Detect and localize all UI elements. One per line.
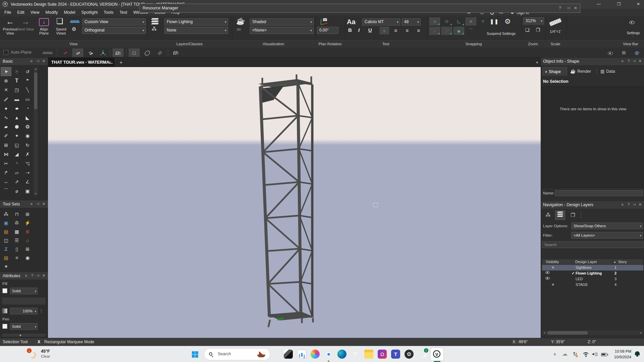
- fit-objects-icon[interactable]: [533, 26, 543, 34]
- tool-dim-angular[interactable]: ∠: [22, 177, 33, 186]
- clip-cube-icon[interactable]: [70, 20, 80, 23]
- view-bar-chevron-icon[interactable]: [633, 36, 634, 39]
- tool-sets-palette-header[interactable]: Tool Sets: [0, 200, 48, 208]
- menu-spotlight[interactable]: Spotlight: [78, 9, 101, 16]
- taskbar-clock[interactable]: 10:58 PM 10/9/2024: [611, 349, 631, 360]
- task-manager-app-icon[interactable]: [297, 350, 306, 359]
- font-size-dropdown[interactable]: 48: [402, 18, 421, 25]
- hscrollbar-thumb[interactable]: [547, 331, 588, 335]
- tool-quad[interactable]: ▰: [1, 122, 11, 131]
- tab-shape[interactable]: Shape: [542, 67, 567, 76]
- attributes-pin-icon[interactable]: [36, 274, 39, 278]
- tool-dim-diameter[interactable]: ⌀: [11, 186, 22, 195]
- visibility-x-icon[interactable]: ✕: [551, 283, 554, 287]
- tool-freehand[interactable]: ∿: [1, 113, 11, 122]
- object-info-help-icon[interactable]: [628, 59, 630, 63]
- snapping-settings-icon[interactable]: [504, 17, 511, 25]
- filter-dropdown[interactable]: <All Layers>: [571, 232, 643, 239]
- tool-extend[interactable]: ⇢: [22, 168, 33, 177]
- tool-regular-polygon[interactable]: ⬢: [11, 122, 22, 131]
- render-mode-dropdown[interactable]: Shaded: [250, 18, 314, 25]
- snap-arc-button[interactable]: [466, 27, 476, 35]
- layer-table-hscrollbar[interactable]: [542, 330, 643, 335]
- tab-data[interactable]: Data: [599, 67, 621, 76]
- teams-app-icon[interactable]: [391, 350, 400, 359]
- italic-button[interactable]: I: [358, 27, 360, 33]
- basic-palette-header[interactable]: Basic: [0, 58, 48, 65]
- tool-trim[interactable]: ✗: [22, 150, 33, 159]
- attributes-palette-header[interactable]: Attributes: [0, 272, 48, 280]
- view-dropdown[interactable]: Custom View: [82, 18, 146, 25]
- sort-ascending-icon[interactable]: [613, 260, 616, 263]
- battery-icon[interactable]: [601, 353, 607, 356]
- taskbar-search[interactable]: Search: [204, 348, 270, 360]
- opacity-options-icon[interactable]: ⋮: [39, 308, 43, 313]
- tool-selection[interactable]: ➤: [1, 67, 11, 76]
- classes-icon[interactable]: ⁂: [152, 26, 157, 32]
- start-button[interactable]: [192, 351, 198, 358]
- layer-row-flown-lighting[interactable]: ✓ Flown Lighting 2: [542, 270, 643, 276]
- restore-button[interactable]: [613, 0, 625, 8]
- next-view-button[interactable]: →: [19, 17, 32, 26]
- menu-tools[interactable]: Tools: [101, 9, 116, 16]
- col-story[interactable]: Story: [618, 260, 627, 264]
- document-tab[interactable]: THAT TOUR.vwx - WATERMA... ✕: [48, 58, 114, 67]
- saved-views-icon[interactable]: [56, 17, 63, 26]
- tool-shear[interactable]: ◢: [11, 150, 22, 159]
- fill-preview-box[interactable]: [2, 297, 46, 305]
- active-layer-dropdown[interactable]: Flown Lighting: [164, 18, 228, 25]
- tool-fillet[interactable]: ◝: [11, 159, 22, 168]
- navigation-header[interactable]: Navigation - Design Layers: [541, 201, 644, 209]
- render-mode-icon[interactable]: [236, 17, 245, 25]
- widgets-app-icon[interactable]: [284, 350, 293, 359]
- object-info-menu-icon[interactable]: [622, 59, 624, 63]
- snap-distribute-button[interactable]: [453, 27, 464, 35]
- toolset-door[interactable]: ◫: [1, 236, 11, 245]
- tool-split[interactable]: ✂: [1, 159, 11, 168]
- tool-rectangle[interactable]: ▬: [11, 95, 22, 104]
- opacity-swatch[interactable]: [2, 308, 7, 313]
- active-class-dropdown[interactable]: None: [164, 27, 228, 34]
- toolset-house[interactable]: ⌂: [22, 236, 33, 245]
- pen-color-swatch[interactable]: [2, 324, 7, 329]
- layer-options-dropdown[interactable]: Show/Snap Others: [571, 223, 643, 229]
- vectorworks-taskbar-icon[interactable]: V: [431, 348, 443, 361]
- snap-smart-edge-button[interactable]: [478, 17, 488, 25]
- view-options-icon[interactable]: [72, 26, 76, 32]
- tool-stake[interactable]: ✕: [1, 85, 11, 95]
- toolset-clamp[interactable]: ⊓: [11, 210, 22, 219]
- tool-flyover[interactable]: ↺: [22, 67, 33, 76]
- plan-rotation-input[interactable]: 0.00°: [317, 27, 338, 34]
- toolset-camera[interactable]: ◉: [22, 253, 33, 262]
- align-right-button[interactable]: ≡: [402, 27, 412, 34]
- tool-reshape[interactable]: ◱: [11, 140, 22, 149]
- tool-attribute-wand[interactable]: ✦: [11, 131, 22, 140]
- tool-double-line[interactable]: ∥: [1, 95, 11, 104]
- tool-tape-measure[interactable]: ▣: [22, 186, 33, 195]
- polygon-marquee-mode-icon[interactable]: [154, 49, 165, 57]
- close-button[interactable]: [633, 0, 644, 8]
- basic-close-icon[interactable]: [42, 59, 45, 63]
- tool-line[interactable]: ╲: [22, 85, 33, 95]
- scrollbar-thumb[interactable]: [34, 72, 37, 109]
- snap-grid-button[interactable]: [429, 17, 440, 25]
- view-bar-settings-icon[interactable]: [629, 19, 635, 25]
- interactive-scaling-axis-icon[interactable]: [99, 50, 107, 56]
- panel-pin-icon[interactable]: [567, 6, 570, 10]
- attributes-menu-icon[interactable]: [25, 274, 27, 278]
- file-explorer-app-icon[interactable]: [364, 350, 373, 359]
- toolset-seating-section[interactable]: ⊞: [22, 210, 33, 219]
- tool-arc[interactable]: ◔: [22, 104, 33, 113]
- tool-unfold[interactable]: ◳: [11, 85, 22, 95]
- tool-mirror[interactable]: ⋈: [1, 150, 11, 159]
- snap-object-button[interactable]: [441, 17, 452, 25]
- menu-file[interactable]: File: [1, 9, 14, 16]
- layer-row-led[interactable]: LED 3: [542, 276, 643, 282]
- projection-dropdown[interactable]: Orthogonal: [82, 27, 146, 34]
- sync-status-icon[interactable]: ◍: [632, 49, 643, 57]
- speaker-icon[interactable]: ◄)): [591, 352, 598, 356]
- tool-sets-close-icon[interactable]: [42, 202, 45, 206]
- toolset-ramp[interactable]: ▤: [1, 253, 11, 262]
- toolset-lighting-instrument[interactable]: ✇: [11, 219, 22, 227]
- tool-text[interactable]: T: [11, 76, 22, 85]
